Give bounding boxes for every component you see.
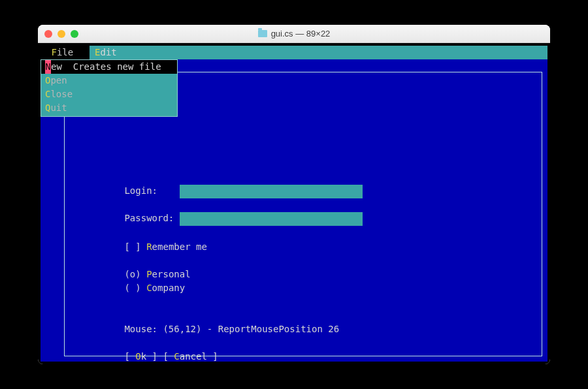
dropdown-quit-hotkey: Q	[45, 101, 50, 115]
zoom-icon[interactable]	[71, 30, 78, 38]
dropdown-open-rest: pen	[50, 74, 67, 87]
cancel-open: [	[163, 351, 174, 362]
dropdown-quit-rest: uit	[50, 101, 67, 115]
ok-button[interactable]: [ Ok ]	[124, 351, 157, 362]
titlebar: gui.cs — 89×22	[38, 25, 550, 43]
dropdown-item-quit[interactable]: Quit	[41, 101, 177, 115]
menu-edit-rest: dit	[100, 47, 116, 57]
cancel-hotkey: C	[174, 351, 179, 362]
remember-checkbox-box: [ ]	[124, 241, 146, 252]
dropdown-item-new[interactable]: New Creates new file	[41, 60, 177, 74]
password-input[interactable]	[180, 212, 363, 226]
dropdown-close-hotkey: C	[45, 87, 50, 101]
menu-file-rest: ile	[57, 47, 73, 57]
dropdown-close-rest: lose	[50, 87, 73, 101]
ok-open: [	[124, 351, 135, 362]
remember-hotkey: R	[146, 241, 152, 252]
login-label: Login:	[124, 185, 157, 196]
menu-file-hotkey: F	[51, 47, 56, 57]
cursor-icon: N	[45, 60, 51, 74]
radio-company-rest: ompany	[152, 283, 186, 293]
window-title: gui.cs — 89×22	[258, 29, 331, 39]
radio-company[interactable]: ( ) Company	[80, 268, 185, 309]
dropdown-open-hotkey: O	[45, 74, 50, 87]
cancel-button[interactable]: [ Cancel ]	[163, 351, 218, 362]
terminal-viewport: File Edit Login: Password: [ ] Remember …	[38, 43, 550, 364]
dropdown-new-rest: ew	[51, 60, 62, 74]
mouse-status-text: Mouse: (56,12) - ReportMousePosition 26	[124, 324, 339, 334]
remember-rest: emember me	[152, 241, 207, 252]
radio-company-mark: ( )	[124, 283, 146, 293]
menubar: File Edit	[41, 46, 547, 59]
menu-file[interactable]: File	[41, 46, 90, 59]
ok-rest: k	[141, 351, 146, 362]
dropdown-new-hint: Creates new file	[73, 60, 161, 74]
password-label: Password:	[124, 213, 174, 223]
traffic-lights	[44, 30, 78, 38]
menu-edit[interactable]: Edit	[90, 46, 122, 59]
dropdown-item-open[interactable]: Open	[41, 74, 177, 87]
cancel-rest: ancel	[180, 351, 207, 362]
radio-company-hotkey: C	[146, 283, 152, 293]
folder-icon	[258, 30, 267, 37]
cancel-close: ]	[207, 351, 218, 362]
ok-close: ]	[146, 351, 157, 362]
close-icon[interactable]	[44, 30, 52, 38]
dropdown-item-close[interactable]: Close	[41, 87, 177, 101]
minimize-icon[interactable]	[57, 30, 65, 38]
login-input[interactable]	[180, 185, 363, 198]
button-row: [ Ok ] [ Cancel ]	[80, 336, 218, 364]
macos-window: gui.cs — 89×22 File Edit Login: Password…	[38, 25, 550, 364]
window-title-text: gui.cs — 89×22	[271, 29, 331, 39]
ok-hotkey: O	[135, 351, 140, 362]
file-dropdown: New Creates new file Open Close Quit	[41, 59, 178, 117]
